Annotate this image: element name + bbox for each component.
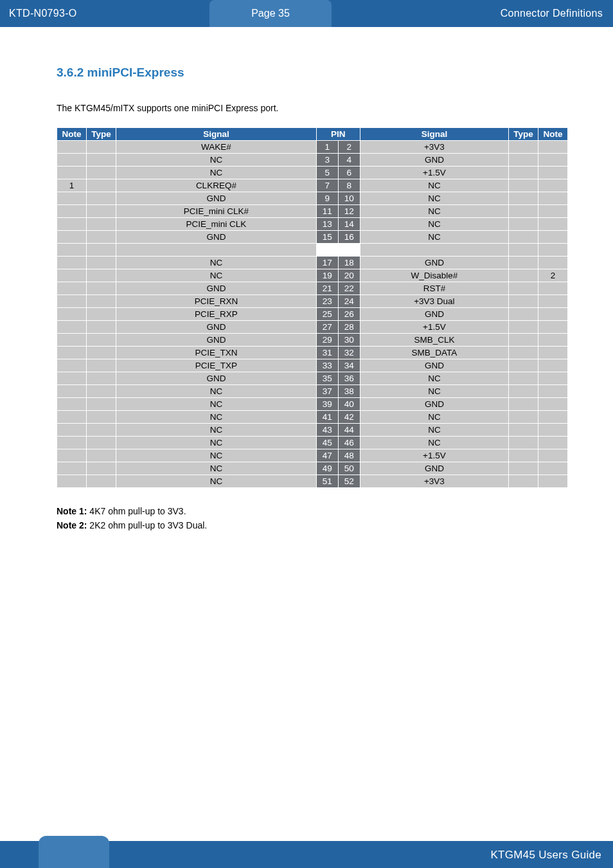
cell-note-right [538,231,568,244]
cell-pin-left: 13 [316,218,338,231]
cell-type-right [509,167,538,179]
cell-note-right [538,282,568,295]
table-row: NC1718GND [57,257,568,269]
cell-pin-right: 50 [338,462,360,475]
cell-signal-right: NC [360,385,508,398]
spacer-gap [316,244,360,257]
cell-note-left: 1 [57,179,87,192]
cell-signal-left: GND [116,231,317,244]
table-row: PCIE_mini CLK#1112NC [57,205,568,218]
table-row [57,244,568,257]
cell-note-right [538,308,568,321]
cell-pin-right: 2 [338,141,360,154]
cell-note-right [538,141,568,154]
cell-pin-left: 49 [316,462,338,475]
note-1: Note 1: 4K7 ohm pull-up to 3V3. [57,506,568,516]
cell-type-left [87,192,116,205]
cell-type-right [509,398,538,411]
cell-type-left [87,257,116,269]
cell-signal-left: PCIE_RXP [116,308,317,321]
cell-type-left [87,449,116,462]
table-row: GND3536NC [57,372,568,385]
cell-signal-right: GND [360,154,508,167]
cell-type-right [509,475,538,488]
cell-pin-left: 7 [316,179,338,192]
table-row: NC56+1.5V [57,167,568,179]
cell-note-left [57,475,87,488]
th-note-right: Note [538,128,568,141]
cell-pin-left: 43 [316,424,338,437]
cell-signal-left: NC [116,167,317,179]
cell-signal-right: NC [360,205,508,218]
cell-pin-left: 33 [316,359,338,372]
th-type-left: Type [87,128,116,141]
cell-signal-left: NC [116,154,317,167]
cell-note-right [538,424,568,437]
cell-note-right [538,449,568,462]
note-2-text: 2K2 ohm pull-up to 3V3 Dual. [87,520,207,530]
cell-pin-right: 46 [338,437,360,449]
cell-pin-left: 3 [316,154,338,167]
cell-pin-left: 17 [316,257,338,269]
cell-type-left [87,269,116,282]
cell-note-left [57,359,87,372]
cell-type-right [509,295,538,308]
note-2: Note 2: 2K2 ohm pull-up to 3V3 Dual. [57,520,568,530]
cell-pin-left: 27 [316,321,338,334]
cell-note-right [538,385,568,398]
table-row: GND2122RST# [57,282,568,295]
cell-signal-right: RST# [360,282,508,295]
cell-type-right [509,359,538,372]
table-row: NC4748+1.5V [57,449,568,462]
cell-type-right [509,282,538,295]
th-type-right: Type [509,128,538,141]
cell-type-left [87,411,116,424]
table-row: NC4950GND [57,462,568,475]
cell-pin-right: 18 [338,257,360,269]
cell-signal-left: GND [116,282,317,295]
spacer-cell [57,244,87,257]
cell-pin-left: 47 [316,449,338,462]
spacer-cell [509,244,538,257]
spacer-cell [360,244,508,257]
notes-block: Note 1: 4K7 ohm pull-up to 3V3. Note 2: … [57,506,568,530]
cell-pin-right: 30 [338,334,360,347]
cell-type-right [509,372,538,385]
cell-pin-left: 31 [316,347,338,359]
cell-signal-left: GND [116,192,317,205]
cell-signal-left: GND [116,321,317,334]
section-label: Connector Definitions [501,8,603,19]
cell-note-right [538,398,568,411]
cell-signal-left: CLKREQ# [116,179,317,192]
cell-signal-right: W_Disable# [360,269,508,282]
table-row: NC5152+3V3 [57,475,568,488]
page-label: Page 35 [251,8,290,19]
cell-pin-right: 28 [338,321,360,334]
cell-note-right: 2 [538,269,568,282]
cell-note-left [57,192,87,205]
th-signal-right: Signal [360,128,508,141]
cell-signal-left: NC [116,475,317,488]
cell-type-right [509,334,538,347]
cell-note-left [57,347,87,359]
cell-signal-right: GND [360,398,508,411]
cell-type-right [509,179,538,192]
cell-signal-left: PCIE_mini CLK [116,218,317,231]
cell-signal-right: +3V3 [360,141,508,154]
cell-type-left [87,334,116,347]
cell-type-left [87,359,116,372]
cell-note-left [57,385,87,398]
cell-signal-right: NC [360,372,508,385]
cell-pin-left: 35 [316,372,338,385]
cell-note-left [57,398,87,411]
cell-type-right [509,437,538,449]
footer: KTGM45 Users Guide [0,831,613,868]
cell-pin-right: 38 [338,385,360,398]
cell-pin-right: 42 [338,411,360,424]
cell-note-right [538,347,568,359]
cell-note-right [538,372,568,385]
cell-signal-right: SMB_DATA [360,347,508,359]
cell-note-right [538,334,568,347]
table-row: NC34GND [57,154,568,167]
cell-note-left [57,269,87,282]
